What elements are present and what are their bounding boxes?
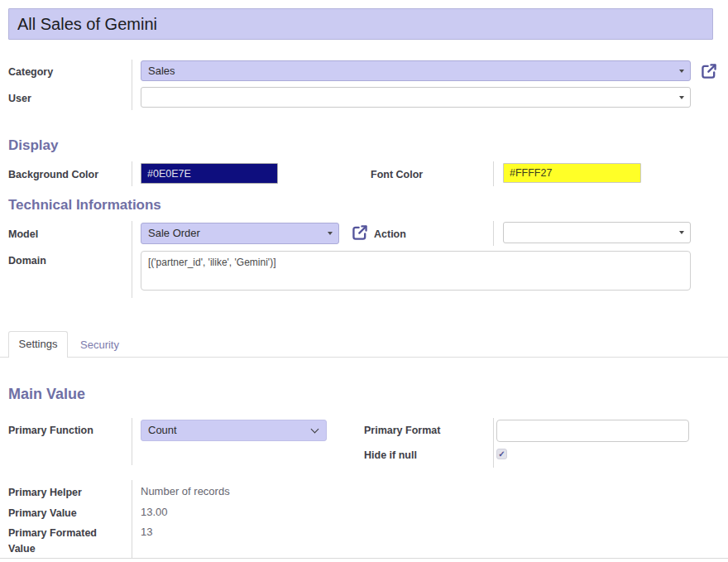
primary-formatted-value-value: 13 — [141, 526, 152, 538]
category-label: Category — [8, 65, 53, 80]
label-field-divider — [132, 418, 132, 465]
tab-settings[interactable]: Settings — [8, 331, 68, 358]
external-link-icon[interactable] — [700, 62, 718, 80]
kpi-name-input[interactable] — [8, 8, 713, 40]
kpi-form: Category Sales User Display Background C… — [0, 0, 728, 562]
action-field[interactable] — [503, 222, 691, 243]
action-label: Action — [374, 227, 406, 243]
tabbar-border — [0, 357, 728, 358]
technical-section-heading: Technical Informations — [8, 197, 161, 214]
dropdown-caret-icon — [679, 96, 684, 99]
primary-value-value: 13.00 — [141, 506, 168, 518]
background-color-label: Background Color — [8, 167, 98, 183]
font-color-input[interactable] — [503, 163, 641, 183]
dropdown-caret-icon — [679, 231, 684, 234]
label-field-divider — [493, 221, 494, 246]
model-label: Model — [8, 227, 38, 243]
label-field-divider — [132, 221, 132, 298]
tab-security[interactable]: Security — [80, 339, 119, 351]
main-value-heading: Main Value — [8, 386, 85, 403]
model-value: Sale Order — [148, 227, 200, 239]
font-color-label: Font Color — [371, 167, 423, 183]
primary-formatted-value-label: Primary Formated Value — [8, 526, 124, 558]
sheet-bottom-border — [0, 558, 728, 559]
hide-if-null-label: Hide if null — [364, 448, 417, 464]
primary-value-label: Primary Value — [8, 506, 77, 521]
select-chevron-icon — [311, 425, 319, 434]
domain-textarea[interactable]: [('partner_id', 'ilike', 'Gemini')] — [141, 251, 691, 291]
category-value: Sales — [148, 65, 175, 77]
dropdown-caret-icon — [679, 70, 684, 73]
primary-function-value: Count — [148, 424, 177, 436]
label-field-divider — [132, 161, 132, 186]
model-field[interactable]: Sale Order — [141, 223, 339, 244]
primary-format-input[interactable] — [496, 420, 689, 442]
label-field-divider — [132, 60, 132, 110]
display-section-heading: Display — [8, 137, 58, 154]
primary-helper-value: Number of records — [141, 485, 230, 497]
category-field[interactable]: Sales — [141, 60, 691, 81]
primary-function-select[interactable]: Count — [141, 420, 327, 441]
external-link-icon[interactable] — [351, 223, 369, 242]
primary-helper-label: Primary Helper — [8, 485, 82, 501]
primary-format-label: Primary Format — [364, 423, 440, 439]
user-label: User — [8, 91, 31, 107]
dropdown-caret-icon — [328, 232, 333, 235]
primary-function-label: Primary Function — [8, 423, 93, 439]
label-field-divider — [132, 480, 132, 558]
domain-label: Domain — [8, 253, 46, 269]
background-color-input[interactable] — [141, 163, 278, 184]
label-field-divider — [493, 161, 494, 186]
user-field[interactable] — [141, 87, 691, 108]
hide-if-null-checkbox[interactable] — [496, 449, 507, 459]
label-field-divider — [493, 418, 494, 468]
